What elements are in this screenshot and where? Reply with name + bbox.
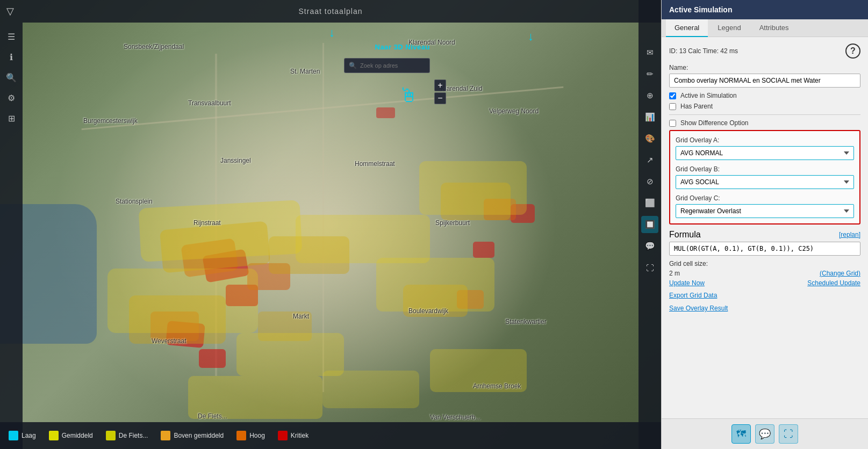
filter-icon[interactable]: ▽ xyxy=(6,5,14,17)
sidebar-settings-icon[interactable]: ⚙ xyxy=(3,89,20,106)
zoom-out-button[interactable]: − xyxy=(434,92,446,104)
tool-cancel[interactable]: ⊘ xyxy=(641,173,658,190)
legend-item-kritiek: Kritiek xyxy=(278,431,309,440)
tool-overlay[interactable]: 🔲 xyxy=(641,216,658,233)
legend-color-defiets xyxy=(106,431,116,440)
br-icon-expand[interactable]: ⛶ xyxy=(779,424,798,444)
update-row: Update Now Scheduled Update xyxy=(669,279,860,287)
search-input[interactable] xyxy=(360,62,425,69)
grid-overlay-section: Grid Overlay A: AVG NORMAL AVG SOCIAL Re… xyxy=(669,130,860,225)
active-in-simulation-checkbox[interactable] xyxy=(669,92,676,99)
legend-item-laag: Laag xyxy=(9,431,36,440)
legend-label-defiets: De Fiets... xyxy=(119,432,148,439)
sidebar-grid-icon[interactable]: ⊞ xyxy=(3,110,20,127)
tool-comment[interactable]: 💬 xyxy=(641,237,658,255)
has-parent-checkbox[interactable] xyxy=(669,103,676,110)
tool-expand[interactable]: ⛶ xyxy=(641,259,658,276)
tool-chart[interactable]: 📊 xyxy=(641,108,658,126)
export-grid-link[interactable]: Export Grid Data xyxy=(669,292,717,299)
map-container[interactable]: Sonsbeek/Zijpendaal Klarendal Noord Klar… xyxy=(0,0,661,449)
formula-row: Formula [replan] xyxy=(669,230,860,240)
top-bar: ▽ Straat totaalplan xyxy=(0,0,661,23)
active-simulation-header: Active Simulation xyxy=(662,0,868,19)
id-calc-text: ID: 13 Calc Time: 42 ms xyxy=(669,47,738,55)
grid-cell-size-row: Grid cell size: xyxy=(669,260,860,267)
name-label: Name: xyxy=(669,64,860,71)
grid-overlay-a-select[interactable]: AVG NORMAL AVG SOCIAL Regenwater Overlas… xyxy=(676,146,854,160)
show-difference-checkbox[interactable] xyxy=(669,120,676,127)
formula-label: Formula xyxy=(669,230,701,240)
formula-input[interactable] xyxy=(669,242,860,256)
zoom-controls: + − xyxy=(434,79,446,104)
sidebar-info-icon[interactable]: ℹ xyxy=(3,48,20,66)
update-now-link[interactable]: Update Now xyxy=(669,279,705,287)
save-overlay-link[interactable]: Save Overlay Result xyxy=(669,305,728,312)
show-difference-label: Show Difference Option xyxy=(680,119,749,127)
tab-general[interactable]: General xyxy=(666,19,708,37)
legend-bar: Laag Gemiddeld De Fiets... Boven gemidde… xyxy=(0,422,661,449)
search-icon: 🔍 xyxy=(349,62,357,69)
active-simulation-label: Active Simulation xyxy=(669,5,732,14)
tool-paint[interactable]: 🎨 xyxy=(641,130,658,147)
sidebar-search-icon[interactable]: 🔍 xyxy=(3,69,20,86)
name-input[interactable] xyxy=(669,74,860,88)
nav-arrow-1[interactable]: ↓ xyxy=(329,26,335,40)
legend-item-hoog: Hoog xyxy=(236,431,265,440)
grid-overlay-b-label: Grid Overlay B: xyxy=(676,165,854,173)
active-sim-checkbox-row: Active in Simulation xyxy=(669,92,860,99)
grid-overlay-b-select[interactable]: AVG NORMAL AVG SOCIAL Regenwater Overlas… xyxy=(676,175,854,189)
tool-arrow[interactable]: ↗ xyxy=(641,151,658,169)
search-bar: 🔍 xyxy=(344,58,430,73)
br-icon-map[interactable]: 🗺 xyxy=(731,424,751,444)
legend-label-hoog: Hoog xyxy=(249,432,265,439)
legend-item-boven: Boven gemiddeld xyxy=(161,431,224,440)
grid-cell-value-row: 2 m (Change Grid) xyxy=(669,270,860,277)
page-title: Straat totaalplan xyxy=(299,7,363,16)
naar3d-button[interactable]: Naar 3D Niveau xyxy=(375,43,430,51)
grid-overlay-a-label: Grid Overlay A: xyxy=(676,136,854,144)
sidebar-layers-icon[interactable]: ☰ xyxy=(3,28,20,45)
tab-legend[interactable]: Legend xyxy=(709,19,749,37)
legend-label-kritiek: Kritiek xyxy=(291,432,309,439)
bottom-right-icons: 🗺 💬 ⛶ xyxy=(662,418,868,449)
right-toolbar: ✉ ✏ ⊕ 📊 🎨 ↗ ⊘ ⬜ 🔲 💬 ⛶ xyxy=(639,0,661,449)
id-row: ID: 13 Calc Time: 42 ms ? xyxy=(669,44,860,59)
legend-color-boven xyxy=(161,431,170,440)
grid-cell-size-value: 2 m xyxy=(669,270,680,277)
panel-content: ID: 13 Calc Time: 42 ms ? Name: Active i… xyxy=(662,37,868,418)
grid-overlay-c-select[interactable]: AVG NORMAL AVG SOCIAL Regenwater Overlas… xyxy=(676,204,854,218)
legend-label-laag: Laag xyxy=(21,432,36,439)
active-in-simulation-label: Active in Simulation xyxy=(680,92,737,99)
tab-attributes[interactable]: Attributes xyxy=(751,19,798,37)
tool-add[interactable]: ⊕ xyxy=(641,87,658,104)
legend-label-gemiddeld: Gemiddeld xyxy=(62,432,93,439)
panel-tabs: General Legend Attributes xyxy=(662,19,868,37)
replan-link[interactable]: [replan] xyxy=(839,231,860,238)
legend-color-laag xyxy=(9,431,18,440)
br-icon-chat[interactable]: 💬 xyxy=(755,424,774,444)
has-parent-checkbox-row: Has Parent xyxy=(669,103,860,110)
nav-arrow-2[interactable]: ↓ xyxy=(528,30,534,44)
change-grid-link[interactable]: (Change Grid) xyxy=(820,270,860,277)
grid-overlay-c-label: Grid Overlay C: xyxy=(676,194,854,202)
tool-select[interactable]: ⬜ xyxy=(641,194,658,212)
scheduled-update-link[interactable]: Scheduled Update xyxy=(807,279,860,287)
tool-message[interactable]: ✉ xyxy=(641,44,658,61)
show-difference-checkbox-row: Show Difference Option xyxy=(669,119,860,127)
legend-color-hoog xyxy=(236,431,246,440)
legend-color-kritiek xyxy=(278,431,288,440)
grid-cell-size-label: Grid cell size: xyxy=(669,260,708,267)
legend-item-gemiddeld: Gemiddeld xyxy=(49,431,93,440)
has-parent-label: Has Parent xyxy=(680,103,713,110)
tool-edit[interactable]: ✏ xyxy=(641,66,658,83)
mouse-icon-area: 🖱 xyxy=(392,79,425,112)
legend-label-boven: Boven gemiddeld xyxy=(174,432,224,439)
legend-item-defiets: De Fiets... xyxy=(106,431,148,440)
right-panel: Active Simulation General Legend Attribu… xyxy=(661,0,868,449)
legend-color-gemiddeld xyxy=(49,431,59,440)
help-icon-button[interactable]: ? xyxy=(845,44,860,59)
zoom-in-button[interactable]: + xyxy=(434,79,446,91)
left-sidebar: ☰ ℹ 🔍 ⚙ ⊞ xyxy=(0,23,23,449)
